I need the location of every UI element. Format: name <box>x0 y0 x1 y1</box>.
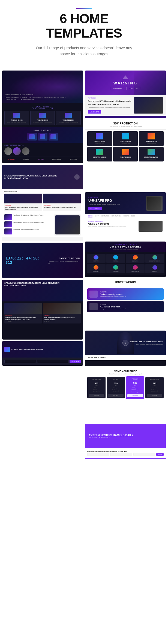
ursafe-nav-about[interactable]: ABOUT <box>95 215 99 218</box>
template-purple[interactable]: WARNING LEARN MORE CONTACT US TOP THREAT… <box>85 71 166 118</box>
price-amount-1: $29 <box>89 381 104 385</box>
template-stats[interactable]: 15'372 WEBSITES HACKED DAILY WEBSITES HA… <box>85 424 166 459</box>
article-headline-2: The ElMaff Trojan Monthly Hacking Roundu… <box>44 206 80 208</box>
dark-article-2[interactable]: MALWARE MED-IMPACT BUSINESS DOESN'T TAKI… <box>43 303 81 323</box>
price-type-2: RETAIL <box>108 379 124 380</box>
pcard-desc-3: Lorem ipsum dolor sit amet consectetur <box>57 121 79 123</box>
ursafe-nav-features[interactable]: FEATURES <box>101 215 109 218</box>
small-article-3[interactable]: Sharing the YouTube security with Bloggi… <box>4 228 53 234</box>
ursafe-desc: The Ultimate Security System For Your Se… <box>88 203 144 205</box>
features-header: U-R-SAFE PRO FEATURES U-R-SAFE PRO FEATU… <box>85 242 166 252</box>
watching-desc: Lorem ipsum dolor sit amet, consectetur … <box>130 344 163 346</box>
price-num-4: 79 <box>154 382 156 384</box>
ursafe-nav-pricing[interactable]: PRICING <box>124 215 129 218</box>
phishing-desc: Lorem ipsum dolor sit amet, consectetur … <box>88 107 132 109</box>
blog-articles: HOT THIS WEEK MALWARE DHS issues emergen… <box>2 189 83 213</box>
price-amount-2: $39 <box>108 381 124 385</box>
ursafe-nav-blog[interactable]: BLOG <box>131 215 135 218</box>
prot-cell-4: BIOMETRIC ACCESS Lorem ipsum dolor <box>87 147 112 161</box>
avatar-1 <box>4 147 12 155</box>
blog-sidebar-main: New Report Reveals Linux Cyber Security … <box>4 214 53 236</box>
stats-form: Request Your Free Quote we Will Love To … <box>85 448 166 458</box>
pcard-icon-3 <box>65 113 72 118</box>
ursafe-header: U-R-SAFE PRO U-R-SAFE PRO The Ultimate S… <box>85 192 166 214</box>
feat-label-1: ENCRYPTED <box>88 260 104 262</box>
price-features-4: Unlimited 100 GB Storage 24/7 Support <box>147 387 162 392</box>
blog-dark-hero: SPEAKUP LINUX BACKDOOR TARGETS LINUX SER… <box>2 280 83 301</box>
price-btn-1[interactable]: BUY NOW <box>89 394 104 397</box>
hero-section: CYBER SECURITY IS NOT OPTIONAL Cyber sec… <box>2 71 83 103</box>
step-icon-1 <box>29 134 35 139</box>
logo-gaming: GAMING <box>23 158 29 160</box>
template-blog-dark[interactable]: SPEAKUP LINUX BACKDOOR TARGETS LINUX SER… <box>2 280 83 340</box>
price-type-3: PREMIUM <box>127 378 143 380</box>
template-watching[interactable]: ▶ SOMEBODY IS WATCHING YOU Lorem ipsum d… <box>85 331 166 366</box>
ursafe-nav-hiw[interactable]: HOW IT WORKS <box>111 215 121 218</box>
seminar-email-input[interactable] <box>4 360 36 363</box>
stats-submit-button[interactable]: SUBMIT <box>156 453 164 456</box>
prot-cell-6: ENCRYPTED EMAILS Lorem ipsum dolor <box>139 147 164 161</box>
ursafe-cta-button[interactable]: GET STARTED <box>88 207 102 210</box>
small-article-2[interactable]: Five Strategies to Optimize Cloud Securi… <box>4 221 53 227</box>
pcard-desc-2: Lorem ipsum dolor sit amet consectetur <box>32 121 54 123</box>
price-per-4: /MO <box>147 385 162 386</box>
hiw-title: HOW IT WORKS <box>87 281 164 284</box>
prot-cell-desc-1: Lorem ipsum dolor <box>88 143 111 144</box>
dark-article-1[interactable]: BACKDOOR SPEAKUP LINUX BACKDOOR TARGETS … <box>4 303 42 323</box>
price-feat-item: 25 Projects <box>108 387 124 389</box>
template-ursafe[interactable]: U-R-SAFE PRO U-R-SAFE PRO The Ultimate S… <box>85 192 166 240</box>
blog-arrow-icon[interactable]: → <box>74 174 80 180</box>
hiw-step-icon-2 <box>89 303 98 310</box>
title-line2: TEMPLATES <box>46 26 122 40</box>
seminar-submit-button[interactable]: SUBSCRIBE <box>70 360 81 363</box>
ursafe-nav-home[interactable]: HOME <box>88 215 92 218</box>
price-btn-2[interactable]: BUY NOW <box>108 394 124 397</box>
prot-cell-title-3: THREATS BLOCK <box>140 141 163 142</box>
purple-btn-1[interactable]: LEARN MORE <box>111 87 125 90</box>
logo-planode: PLANODE <box>8 158 14 160</box>
small-article-1[interactable]: New Report Reveals Linux Cyber Security … <box>4 214 53 220</box>
pricing-desc: Lorem ipsum dolor sit amet consectetur a… <box>87 373 164 375</box>
blog-section-title: HOT THIS WEEK <box>4 191 81 193</box>
pricing-header: NAME YOUR PRICE Lorem ipsum dolor sit am… <box>85 368 166 377</box>
pcard-1: THREATS BLOCK Lorem ipsum dolor sit amet… <box>4 111 29 125</box>
price-card-3: PREMIUM $49 /MO 50 Projects 30 GB Storag… <box>126 376 144 399</box>
stats-email-input[interactable] <box>110 453 132 456</box>
price-features-3: 50 Projects 30 GB Storage Premium Suppor… <box>127 387 143 393</box>
template-features-dark[interactable]: U-R-SAFE PRO FEATURES U-R-SAFE PRO FEATU… <box>85 242 166 277</box>
template-seminar[interactable]: ETHICAL HACKING TRAINING SEMINAR SUBSCRI… <box>2 341 83 366</box>
purple-hero: WARNING LEARN MORE CONTACT US <box>85 71 166 95</box>
blog-article-1[interactable]: MALWARE DHS issues emergency Directive t… <box>4 194 42 211</box>
template-dark-cyber[interactable]: CYBER SECURITY IS NOT OPTIONAL Cyber sec… <box>2 71 83 163</box>
price-num-2: 39 <box>115 382 118 384</box>
stats-phone-input[interactable] <box>133 453 155 456</box>
dark-article-title-2: MED-IMPACT BUSINESS DOESN'T TAKING ON GR… <box>44 317 80 321</box>
phishing-btn[interactable]: LEARN MORE <box>88 110 101 114</box>
logo-photoware: PHOTOWARE <box>52 158 61 160</box>
template-blog[interactable]: SPEAKUP LINUX BACKDOOR TARGETS LINUX SER… <box>2 165 83 241</box>
stats-name-input[interactable] <box>87 453 109 456</box>
template-event[interactable]: 1376:22: 44:50: 312 SAFE FUTURE CON Lore… <box>2 243 83 278</box>
feat-cell-6: FIREWALL <box>106 264 125 273</box>
dark-article-meta-1: Jan 10 2019 <box>5 321 41 322</box>
ursafe-title: U-R-SAFE PRO <box>88 199 144 203</box>
template-howitworks[interactable]: HOW IT WORKS FEATURE 1 Scalable security… <box>85 279 166 329</box>
prot-cell-2: THREATS BLOCK Lorem ipsum dolor <box>113 131 138 146</box>
protection-360: 360° PROTECTION <box>32 107 53 109</box>
feat-icon-6 <box>113 265 118 270</box>
template-pricing[interactable]: NAME YOUR PRICE Lorem ipsum dolor sit am… <box>85 368 166 422</box>
hiw-step-title-1: Scalable security service <box>100 293 126 295</box>
price-btn-4[interactable]: BUY NOW <box>147 394 162 397</box>
logo-robotica: ROBOTICA <box>70 158 77 160</box>
price-btn-3[interactable]: BUY NOW <box>127 394 143 398</box>
template-protection[interactable]: 360° PROTECTION Lorem ipsum dolor sit am… <box>85 120 166 191</box>
blog-article-2[interactable]: BACKDOOR The ElMaff Trojan Monthly Hacki… <box>43 194 81 211</box>
phishing-section: TOP THREAT Every year 3.71 thousand phis… <box>85 95 166 116</box>
customers-row <box>4 147 81 155</box>
seminar-name-input[interactable] <box>37 360 69 363</box>
prot-icon-2 <box>122 133 129 139</box>
price-feat-item: Premium Support <box>127 391 143 393</box>
left-column: CYBER SECURITY IS NOT OPTIONAL Cyber sec… <box>2 71 83 459</box>
feat-cell-5: TROJAN APP <box>87 264 106 273</box>
feat-label-3: ANTI-VIRUS <box>127 260 144 262</box>
